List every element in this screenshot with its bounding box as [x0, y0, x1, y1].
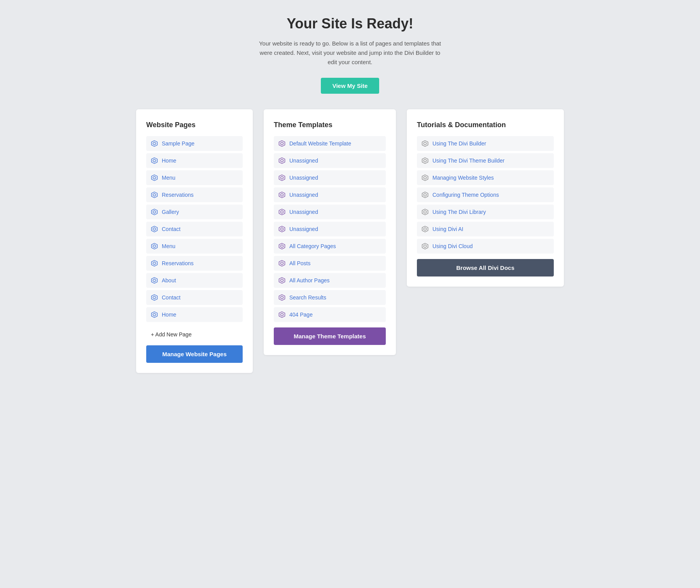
tutorial-item-label: Using The Divi Theme Builder: [432, 158, 504, 164]
add-new-page-item[interactable]: + Add New Page: [146, 327, 243, 341]
theme-templates-panel: Theme Templates Default Website Template…: [264, 109, 396, 355]
website-pages-title: Website Pages: [146, 121, 243, 129]
template-item-label: Unassigned: [289, 175, 318, 181]
svg-marker-31: [280, 210, 284, 214]
template-item-label: Search Results: [289, 294, 326, 301]
svg-marker-17: [153, 279, 156, 282]
list-item[interactable]: Sample Page: [146, 136, 243, 151]
view-site-button[interactable]: View My Site: [321, 78, 380, 94]
tutorial-item-label: Managing Website Styles: [432, 175, 494, 181]
list-item[interactable]: Unassigned: [274, 153, 386, 168]
svg-marker-19: [153, 296, 156, 299]
svg-marker-9: [153, 210, 156, 214]
template-item-label: Unassigned: [289, 158, 318, 164]
theme-templates-list: Default Website Template Unassigned Unas…: [274, 136, 386, 322]
svg-marker-39: [280, 279, 284, 282]
list-item[interactable]: Unassigned: [274, 187, 386, 202]
page-item-label: Contact: [162, 226, 180, 232]
tutorials-title: Tutorials & Documentation: [417, 121, 554, 129]
list-item[interactable]: Unassigned: [274, 222, 386, 236]
list-item[interactable]: Home: [146, 307, 243, 322]
svg-marker-3: [153, 159, 156, 162]
svg-marker-5: [153, 176, 156, 179]
page-wrapper: Your Site Is Ready! Your website is read…: [136, 16, 564, 373]
list-item[interactable]: Using Divi Cloud: [417, 239, 554, 254]
svg-marker-51: [424, 193, 427, 196]
list-item[interactable]: All Author Pages: [274, 273, 386, 288]
tutorial-item-label: Using Divi Cloud: [432, 243, 472, 249]
theme-templates-title: Theme Templates: [274, 121, 386, 129]
template-item-label: Default Website Template: [289, 140, 351, 147]
template-item-label: 404 Page: [289, 312, 313, 318]
page-item-label: Contact: [162, 294, 180, 301]
browse-all-docs-button[interactable]: Browse All Divi Docs: [417, 259, 554, 276]
svg-marker-27: [280, 176, 284, 179]
template-item-label: All Author Pages: [289, 277, 330, 284]
list-item[interactable]: All Category Pages: [274, 239, 386, 254]
list-item[interactable]: About: [146, 273, 243, 288]
list-item[interactable]: Home: [146, 153, 243, 168]
list-item[interactable]: 404 Page: [274, 307, 386, 322]
list-item[interactable]: Gallery: [146, 205, 243, 219]
svg-marker-23: [280, 142, 284, 145]
page-item-label: Menu: [162, 175, 175, 181]
svg-marker-43: [280, 313, 284, 316]
list-item[interactable]: Menu: [146, 239, 243, 254]
list-item[interactable]: Using The Divi Builder: [417, 136, 554, 151]
svg-marker-57: [424, 245, 427, 248]
svg-marker-37: [280, 262, 284, 265]
template-item-label: All Posts: [289, 260, 310, 266]
svg-marker-47: [424, 159, 427, 162]
tutorials-list: Using The Divi Builder Using The Divi Th…: [417, 136, 554, 254]
svg-marker-53: [424, 210, 427, 214]
tutorial-item-label: Using The Divi Library: [432, 209, 486, 215]
page-item-label: Menu: [162, 243, 175, 249]
manage-theme-templates-button[interactable]: Manage Theme Templates: [274, 327, 386, 345]
svg-marker-25: [280, 159, 284, 162]
list-item[interactable]: Unassigned: [274, 170, 386, 185]
page-description: Your website is ready to go. Below is a …: [257, 39, 443, 67]
svg-marker-41: [280, 296, 284, 299]
svg-marker-29: [280, 193, 284, 196]
website-pages-panel: Website Pages Sample Page Home Menu Rese…: [136, 109, 253, 373]
list-item[interactable]: Unassigned: [274, 205, 386, 219]
svg-marker-11: [153, 228, 156, 231]
list-item[interactable]: Using Divi AI: [417, 222, 554, 236]
manage-website-pages-button[interactable]: Manage Website Pages: [146, 345, 243, 363]
tutorial-item-label: Using The Divi Builder: [432, 140, 486, 147]
list-item[interactable]: Reservations: [146, 187, 243, 202]
template-item-label: Unassigned: [289, 209, 318, 215]
page-item-label: Home: [162, 312, 176, 318]
svg-marker-33: [280, 228, 284, 231]
svg-marker-35: [280, 245, 284, 248]
list-item[interactable]: Default Website Template: [274, 136, 386, 151]
list-item[interactable]: Configuring Theme Options: [417, 187, 554, 202]
columns-container: Website Pages Sample Page Home Menu Rese…: [136, 109, 564, 373]
page-item-label: Sample Page: [162, 140, 194, 147]
svg-marker-1: [153, 142, 156, 145]
template-item-label: Unassigned: [289, 226, 318, 232]
list-item[interactable]: Using The Divi Library: [417, 205, 554, 219]
template-item-label: All Category Pages: [289, 243, 336, 249]
list-item[interactable]: Reservations: [146, 256, 243, 271]
list-item[interactable]: Search Results: [274, 290, 386, 305]
add-page-label: + Add New Page: [151, 331, 192, 338]
template-item-label: Unassigned: [289, 192, 318, 198]
list-item[interactable]: Contact: [146, 290, 243, 305]
list-item[interactable]: All Posts: [274, 256, 386, 271]
page-item-label: Home: [162, 158, 176, 164]
list-item[interactable]: Contact: [146, 222, 243, 236]
svg-marker-7: [153, 193, 156, 196]
svg-marker-55: [424, 228, 427, 231]
tutorial-item-label: Configuring Theme Options: [432, 192, 499, 198]
list-item[interactable]: Managing Website Styles: [417, 170, 554, 185]
page-item-label: About: [162, 277, 176, 284]
svg-marker-21: [153, 313, 156, 316]
page-item-label: Gallery: [162, 209, 179, 215]
svg-marker-13: [153, 245, 156, 248]
svg-marker-15: [153, 262, 156, 265]
list-item[interactable]: Using The Divi Theme Builder: [417, 153, 554, 168]
page-title: Your Site Is Ready!: [136, 16, 564, 32]
list-item[interactable]: Menu: [146, 170, 243, 185]
website-pages-list: Sample Page Home Menu Reservations Galle…: [146, 136, 243, 322]
